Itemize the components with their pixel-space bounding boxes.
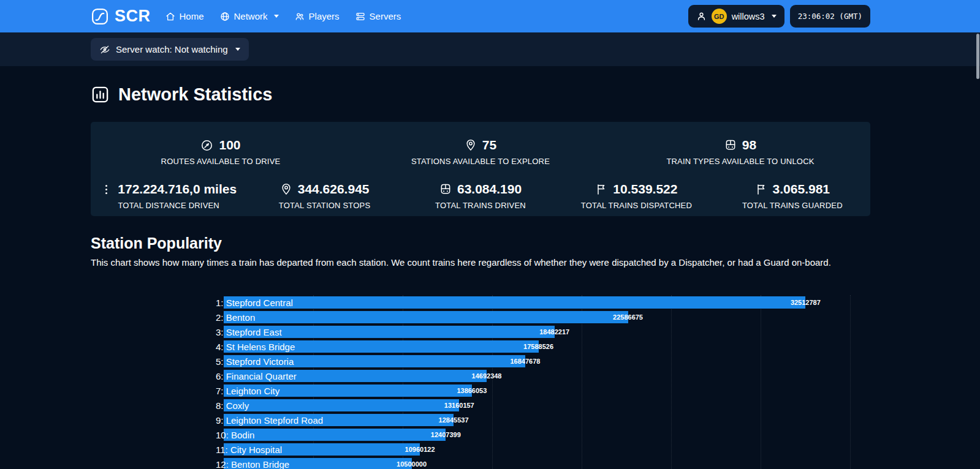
server-watch-dropdown[interactable]: Server watch: Not watching (91, 38, 249, 61)
stat-label: TOTAL TRAINS GUARDED (742, 201, 843, 210)
clock-display: 23:06:02 (GMT) (790, 5, 870, 28)
stat-trains-driven: 63.084.190 TOTAL TRAINS DRIVEN (403, 182, 558, 210)
stat-total-distance: 172.224.716,0 miles TOTAL DISTANCE DRIVE… (91, 182, 246, 210)
stat-label: ROUTES AVAILABLE TO DRIVE (161, 157, 281, 166)
station-value: 18482217 (539, 328, 569, 336)
stat-label: STATIONS AVAILABLE TO EXPLORE (411, 157, 550, 166)
station-value: 13160157 (444, 402, 474, 409)
stats-row-1: 100 ROUTES AVAILABLE TO DRIVE 75 STATION… (91, 138, 870, 166)
station-label: 3: Stepford East (216, 327, 282, 337)
chart-row: 3: Stepford East18482217 (224, 325, 850, 339)
stat-value: 100 (219, 138, 240, 152)
chart-row: 5: Stepford Victoria16847678 (224, 354, 850, 369)
station-value: 10960122 (405, 446, 435, 453)
players-icon (295, 12, 305, 21)
brand-text: SCR (115, 7, 151, 26)
station-label: 10: Bodin (216, 430, 254, 440)
stat-trains-dispatched: 10.539.522 TOTAL TRAINS DISPATCHED (558, 182, 714, 210)
chart-row: 6: Financial Quarter14692348 (224, 369, 850, 383)
gridline (850, 295, 851, 469)
user-menu[interactable]: GD willows3 (688, 5, 784, 28)
station-value: 10500000 (397, 460, 427, 468)
brand-link[interactable]: SCR (91, 7, 151, 26)
stat-value: 98 (742, 138, 756, 152)
navbar: SCR Home Network (0, 0, 980, 32)
stat-trains-guarded: 3.065.981 TOTAL TRAINS GUARDED (715, 182, 870, 210)
scrollbar[interactable] (976, 34, 979, 79)
person-icon (696, 11, 707, 21)
station-label: 6: Financial Quarter (216, 371, 297, 381)
main-content: Network Statistics 100 ROUTES AVAILABLE … (91, 84, 870, 469)
nav-item-network[interactable]: Network (220, 11, 279, 21)
nav-item-home[interactable]: Home (165, 11, 204, 21)
station-value: 12407399 (431, 431, 461, 438)
chevron-down-icon (772, 15, 777, 18)
stats-row-2: 172.224.716,0 miles TOTAL DISTANCE DRIVE… (91, 182, 870, 210)
station-bar[interactable] (224, 399, 459, 411)
stats-panel: 100 ROUTES AVAILABLE TO DRIVE 75 STATION… (91, 122, 870, 216)
station-bar[interactable] (224, 429, 446, 441)
stat-label: TOTAL DISTANCE DRIVEN (118, 201, 219, 210)
chevron-down-icon (274, 15, 279, 18)
station-label: 9: Leighton Stepford Road (216, 415, 323, 426)
station-bar[interactable] (224, 311, 628, 323)
chart-row: 7: Leighton City13866053 (224, 383, 850, 398)
stat-value: 344.626.945 (298, 182, 370, 197)
stat-train-types: 98 TRAIN TYPES AVAILABLE TO UNLOCK (610, 138, 870, 166)
chevron-down-icon (235, 48, 240, 51)
station-value: 12845537 (439, 416, 469, 424)
speedometer-icon (200, 139, 213, 152)
station-label: 2: Benton (216, 312, 255, 323)
subnav-bar: Server watch: Not watching (0, 32, 980, 66)
station-label: 11: City Hospital (216, 445, 282, 455)
stat-stations-available: 75 STATIONS AVAILABLE TO EXPLORE (351, 138, 610, 166)
stat-value: 75 (482, 138, 496, 152)
stat-routes-available: 100 ROUTES AVAILABLE TO DRIVE (91, 138, 351, 166)
section-title: Station Popularity (91, 234, 870, 252)
station-value: 17588526 (523, 343, 553, 350)
train-front-icon (724, 139, 737, 151)
station-label: 7: Leighton City (216, 386, 279, 396)
station-label: 8: Coxly (216, 400, 249, 411)
chart-row: 10: Bodin12407399 (224, 427, 850, 442)
username: willows3 (732, 12, 765, 21)
stat-value: 10.539.522 (613, 182, 677, 197)
map-pin-icon (280, 183, 292, 195)
station-label: 5: Stepford Victoria (216, 356, 294, 367)
station-label: 1: Stepford Central (216, 298, 293, 308)
station-label: 12: Benton Bridge (216, 459, 289, 469)
stat-station-stops: 344.626.945 TOTAL STATION STOPS (246, 182, 402, 210)
bar-chart-icon (91, 85, 110, 104)
station-value: 32512787 (791, 299, 821, 306)
chart-row: 4: St Helens Bridge17588526 (224, 339, 850, 354)
stat-value: 63.084.190 (457, 182, 522, 197)
map-pin-icon (465, 139, 477, 151)
page-title: Network Statistics (91, 84, 870, 105)
nav-links: Home Network Players (165, 11, 401, 21)
globe-icon (220, 12, 230, 21)
stat-label: TOTAL STATION STOPS (279, 201, 370, 210)
flag-icon (755, 183, 767, 195)
section-description: This chart shows how many times a train … (91, 257, 870, 268)
stat-label: TOTAL TRAINS DRIVEN (435, 201, 526, 210)
chart-row: 2: Benton22586675 (224, 310, 850, 325)
home-icon (165, 12, 175, 21)
station-label: 4: St Helens Bridge (216, 342, 295, 352)
avatar: GD (712, 9, 727, 24)
chart-row: 12: Benton Bridge10500000 (224, 457, 850, 469)
train-front-icon (439, 183, 452, 195)
route-dots-icon (101, 184, 112, 195)
stat-label: TRAIN TYPES AVAILABLE TO UNLOCK (666, 157, 814, 166)
chart-row: 11: City Hospital10960122 (224, 442, 850, 457)
chart-row: 8: Coxly13160157 (224, 398, 850, 413)
nav-item-players[interactable]: Players (295, 11, 340, 21)
server-watch-label: Server watch: Not watching (116, 44, 228, 54)
page-title-text: Network Statistics (118, 84, 272, 105)
nav-item-servers[interactable]: Servers (355, 11, 401, 21)
station-popularity-chart: 1: Stepford Central325127872: Benton2258… (224, 295, 850, 469)
station-value: 22586675 (613, 313, 643, 321)
station-bar[interactable] (224, 296, 805, 309)
stat-label: TOTAL TRAINS DISPATCHED (581, 201, 692, 210)
eye-slash-icon (99, 44, 110, 55)
station-value: 14692348 (472, 372, 502, 380)
